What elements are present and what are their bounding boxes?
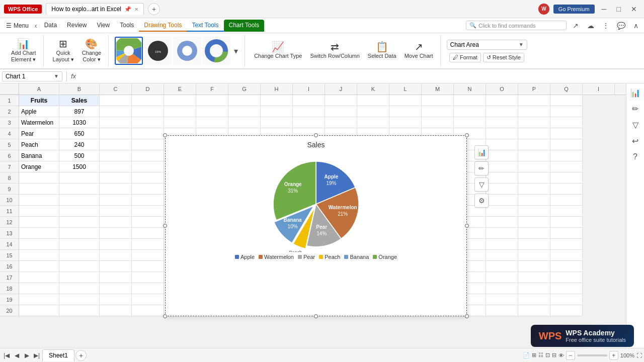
add-chart-element-button[interactable]: 📊 Add ChartElement ▾ — [8, 37, 39, 65]
row-header-16[interactable]: 16 — [0, 261, 19, 272]
col-header-p[interactable]: P — [518, 83, 550, 95]
sidebar-properties-icon[interactable]: ✏ — [628, 102, 642, 116]
cell-r6-c2[interactable]: 500 — [59, 150, 100, 161]
row-header-2[interactable]: 2 — [0, 106, 19, 117]
formula-input[interactable] — [78, 73, 642, 80]
sheet-tab-1[interactable]: Sheet1 — [42, 349, 74, 361]
sheet-nav-next[interactable]: ▶ — [22, 351, 31, 360]
cell-r2-c2[interactable]: 897 — [59, 106, 100, 117]
row-header-10[interactable]: 10 — [0, 195, 19, 206]
row-header-6[interactable]: 6 — [0, 150, 19, 161]
chart-resize-handle-5[interactable] — [163, 314, 167, 318]
sheet-nav-prev[interactable]: ◀ — [12, 351, 21, 360]
go-premium-button[interactable]: Go Premium — [553, 5, 595, 14]
row-header-8[interactable]: 8 — [0, 172, 19, 184]
col-header-k[interactable]: K — [357, 83, 389, 95]
cell-r5-c2[interactable]: 240 — [59, 139, 100, 150]
zoom-slider[interactable] — [577, 354, 607, 356]
chart-resize-handle-6[interactable] — [314, 314, 318, 318]
collapse-ribbon-button[interactable]: ∧ — [630, 20, 642, 32]
tab-review[interactable]: Review — [62, 20, 92, 32]
cell-r4-c2[interactable]: 650 — [59, 128, 100, 139]
zoom-out-button[interactable]: − — [566, 351, 575, 360]
more-styles-button[interactable]: ▾ — [231, 46, 240, 56]
chart-resize-handle-7[interactable] — [465, 314, 469, 318]
close-tab-icon[interactable]: ✕ — [134, 7, 138, 12]
chart-area-selector[interactable]: Chart Area ▼ — [447, 40, 527, 50]
cell-r7-c1[interactable]: Orange — [19, 161, 59, 172]
chart-style-2[interactable]: 19% — [144, 37, 172, 65]
col-header-j[interactable]: J — [325, 83, 357, 95]
sidebar-help-icon[interactable]: ? — [628, 150, 642, 164]
add-sheet-button[interactable]: + — [75, 350, 87, 361]
document-tab[interactable]: How to explo...art in Excel 📌 ✕ — [46, 3, 144, 15]
cell-r3-c1[interactable]: Watermelon — [19, 117, 59, 128]
close-button[interactable]: ✕ — [628, 4, 640, 14]
col-header-a[interactable]: A — [19, 83, 59, 95]
row-header-19[interactable]: 19 — [0, 294, 19, 305]
chart-resize-handle-0[interactable] — [163, 133, 167, 137]
col-header-i[interactable]: I — [293, 83, 325, 95]
row-header-11[interactable]: 11 — [0, 206, 19, 217]
select-data-button[interactable]: 📋 Select Data — [365, 40, 399, 61]
row-header-5[interactable]: 5 — [0, 139, 19, 150]
minimize-button[interactable]: ─ — [599, 4, 610, 14]
quick-layout-button[interactable]: ⊞ QuickLayout ▾ — [50, 37, 77, 65]
col-header-d[interactable]: D — [132, 83, 164, 95]
row-header-9[interactable]: 9 — [0, 184, 19, 195]
cell-r1-c2[interactable]: Sales — [59, 95, 100, 106]
row-header-7[interactable]: 7 — [0, 161, 19, 172]
row-header-20[interactable]: 20 — [0, 305, 19, 316]
col-header-o[interactable]: O — [486, 83, 518, 95]
row-header-3[interactable]: 3 — [0, 117, 19, 128]
cell-r3-c2[interactable]: 1030 — [59, 117, 100, 128]
chart-settings-icon[interactable]: ⚙ — [474, 194, 489, 208]
menu-button[interactable]: ☰ Menu — [2, 20, 33, 31]
col-header-m[interactable]: M — [422, 83, 454, 95]
new-tab-button[interactable]: + — [148, 3, 160, 15]
name-box[interactable]: Chart 1 ▼ — [2, 71, 62, 81]
more-options-button[interactable]: ⋮ — [600, 20, 612, 32]
wps-logo[interactable]: WPS Office — [4, 5, 42, 14]
chart-resize-handle-3[interactable] — [163, 224, 167, 228]
switch-row-col-button[interactable]: ⇄ Switch Row/Column — [307, 40, 362, 61]
cell-r5-c1[interactable]: Peach — [19, 139, 59, 150]
tab-nav-prev[interactable]: ‹ — [33, 22, 39, 30]
sidebar-undo-icon[interactable]: ↩ — [628, 134, 642, 148]
chart-style-3[interactable] — [173, 37, 201, 65]
row-header-1[interactable]: 1 — [0, 95, 19, 106]
share-button[interactable]: ↗ — [570, 20, 582, 32]
reset-style-button[interactable]: ↺ Reset Style — [483, 53, 524, 62]
sheet-nav-last[interactable]: ▶| — [32, 351, 41, 360]
col-header-e[interactable]: E — [164, 83, 196, 95]
tab-text-tools[interactable]: Text Tools — [187, 20, 223, 32]
chart-style-icon[interactable]: ✏ — [474, 161, 489, 175]
row-header-17[interactable]: 17 — [0, 272, 19, 283]
col-header-h[interactable]: H — [261, 83, 293, 95]
save-cloud-button[interactable]: ☁ — [585, 20, 597, 32]
col-header-f[interactable]: F — [196, 83, 228, 95]
row-header-18[interactable]: 18 — [0, 283, 19, 294]
chart-elements-icon[interactable]: 📊 — [474, 145, 489, 159]
chart-overlay[interactable]: SalesApple19%Watermelon21%Pear14%Peach5%… — [165, 135, 467, 316]
tab-tools[interactable]: Tools — [115, 20, 139, 32]
fullscreen-icon[interactable]: ⛶ — [636, 352, 642, 358]
sidebar-charts-icon[interactable]: 📊 — [628, 85, 642, 100]
col-header-q[interactable]: Q — [550, 83, 583, 95]
restore-button[interactable]: □ — [614, 4, 624, 14]
chart-style-4[interactable] — [202, 37, 230, 65]
tab-drawing-tools[interactable]: Drawing Tools — [139, 20, 187, 32]
col-header-n[interactable]: N — [454, 83, 486, 95]
row-header-15[interactable]: 15 — [0, 250, 19, 261]
change-color-button[interactable]: 🎨 ChangeColor ▾ — [79, 37, 105, 65]
col-header-i[interactable]: I — [583, 83, 615, 95]
tab-view[interactable]: View — [92, 20, 115, 32]
chart-resize-handle-2[interactable] — [465, 133, 469, 137]
cell-r1-c1[interactable]: Fruits — [19, 95, 59, 106]
col-header-l[interactable]: L — [389, 83, 422, 95]
pin-icon[interactable]: 📌 — [124, 6, 131, 13]
tab-data[interactable]: Data — [39, 20, 62, 32]
cell-r6-c1[interactable]: Banana — [19, 150, 59, 161]
zoom-in-button[interactable]: + — [609, 351, 618, 360]
change-chart-type-button[interactable]: 📈 Change Chart Type — [251, 40, 305, 61]
